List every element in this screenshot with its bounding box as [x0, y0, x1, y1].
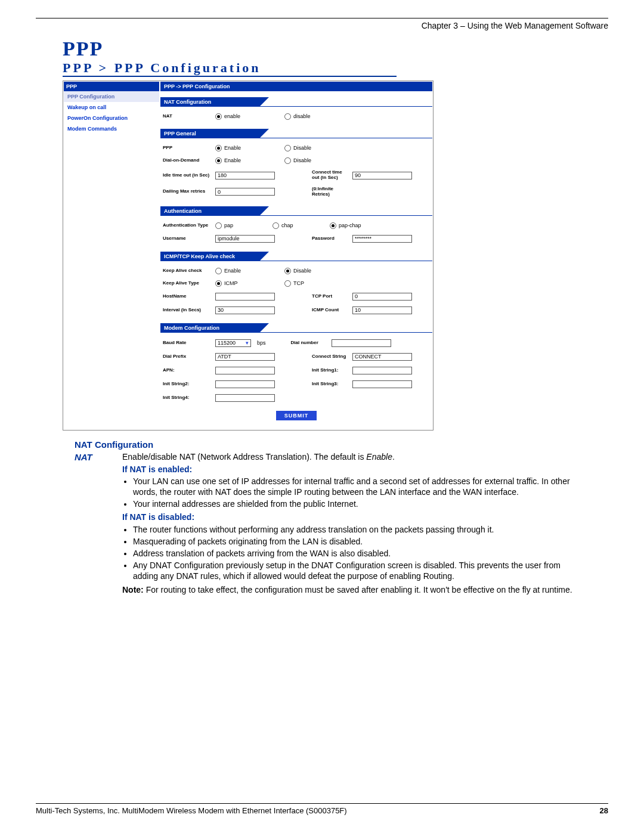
- ppp-label: PPP: [163, 145, 212, 151]
- init1-label: Init String1:: [312, 368, 349, 373]
- user-label: Username: [163, 236, 212, 241]
- user-input[interactable]: ipmodule: [215, 235, 275, 243]
- disabled-list: The router functions without performing …: [133, 524, 584, 582]
- idle-label: Idle time out (in Sec): [163, 173, 212, 178]
- config-screenshot: PPP PPP Configuration Wakeup on call Pow…: [63, 80, 434, 431]
- init3-input[interactable]: [352, 380, 412, 388]
- enabled-list: Your LAN can use one set of IP addresses…: [133, 476, 584, 510]
- list-item: Your internal addresses are shielded fro…: [133, 498, 584, 509]
- dialnum-input[interactable]: [332, 339, 391, 347]
- nat-enable-text: enable: [224, 113, 240, 119]
- ppp-enable-radio[interactable]: [215, 145, 222, 151]
- nav-item-wakeup[interactable]: Wakeup on call: [64, 102, 159, 113]
- nav-item-ppp-config[interactable]: PPP Configuration: [64, 91, 159, 102]
- keep-enable-radio[interactable]: [215, 268, 222, 274]
- chapter-header: Chapter 3 – Using the Web Management Sof…: [36, 21, 608, 30]
- list-item: Your LAN can use one set of IP addresses…: [133, 476, 584, 497]
- connect-timeout-label: Connect time out (in Sec): [312, 170, 349, 181]
- tcpport-input[interactable]: 0: [352, 293, 412, 301]
- section-keep: ICMP/TCP Keep Alive check: [160, 252, 432, 261]
- connectstr-label: Connect String: [312, 354, 349, 360]
- nat-enable-radio[interactable]: [215, 113, 222, 120]
- desc-term: NAT: [75, 451, 122, 594]
- list-item: Any DNAT Configuration previously setup …: [133, 560, 584, 581]
- submit-button[interactable]: SUBMIT: [276, 411, 317, 420]
- nat-label: NAT: [163, 114, 212, 119]
- icmpcount-label: ICMP Count: [312, 308, 349, 313]
- dialprefix-label: Dial Prefix: [163, 354, 212, 360]
- section-general: PPP General: [160, 129, 432, 138]
- retry-note: (0:Infinite Retries): [312, 187, 349, 197]
- section-nat-title: NAT Configuration: [160, 97, 259, 107]
- apn-input[interactable]: [215, 367, 275, 374]
- idle-input[interactable]: 180: [215, 172, 275, 179]
- section-auth-title: Authentication: [160, 206, 259, 216]
- disabled-heading: If NAT is disabled:: [122, 512, 584, 522]
- auth-pap-radio[interactable]: [215, 222, 222, 229]
- pass-input[interactable]: ********: [352, 235, 412, 243]
- page-subtitle: PPP > PPP Configuration: [63, 60, 397, 77]
- auth-papchap-radio[interactable]: [330, 222, 336, 229]
- apn-label: APN:: [163, 368, 212, 373]
- desc-heading: NAT Configuration: [75, 439, 608, 451]
- init2-input[interactable]: [215, 380, 275, 388]
- pass-label: Password: [312, 236, 349, 241]
- dod-disable-radio[interactable]: [284, 157, 291, 164]
- desc-note: Note: For routing to take effect, the co…: [122, 584, 584, 595]
- section-modem: Modem Configuration: [160, 323, 432, 333]
- dialprefix-input[interactable]: ATDT: [215, 353, 275, 361]
- init4-label: Init String4:: [163, 395, 212, 401]
- breadcrumb: PPP -> PPP Configuration: [160, 82, 432, 91]
- init1-input[interactable]: [352, 367, 412, 374]
- keep-tcp-radio[interactable]: [284, 280, 291, 287]
- baud-select[interactable]: 115200: [215, 339, 251, 347]
- icmpcount-input[interactable]: 10: [352, 306, 412, 314]
- footer-text: Multi-Tech Systems, Inc. MultiModem Wire…: [36, 806, 347, 815]
- baud-unit: bps: [257, 340, 266, 346]
- dialnum-label: Dial number: [291, 340, 328, 346]
- auth-chap-radio[interactable]: [273, 222, 279, 229]
- init4-input[interactable]: [215, 394, 275, 402]
- enabled-heading: If NAT is enabled:: [122, 464, 584, 475]
- interval-label: Interval (in Secs): [163, 308, 212, 313]
- retry-label: Dailing Max retries: [163, 189, 212, 194]
- connect-timeout-input[interactable]: 90: [352, 172, 412, 179]
- nat-disable-radio[interactable]: [284, 113, 291, 120]
- init3-label: Init String3:: [312, 382, 349, 387]
- ppp-disable-radio[interactable]: [284, 145, 291, 151]
- auth-type-label: Authentication Type: [163, 223, 212, 228]
- dod-enable-radio[interactable]: [215, 157, 222, 164]
- section-auth: Authentication: [160, 206, 432, 216]
- section-nat: NAT Configuration: [160, 97, 432, 107]
- host-label: HostName: [163, 294, 212, 299]
- connectstr-input[interactable]: CONNECT: [352, 353, 412, 361]
- page-title: PPP: [63, 38, 608, 60]
- list-item: Address translation of packets arriving …: [133, 548, 584, 559]
- baud-label: Baud Rate: [163, 340, 212, 346]
- retry-input[interactable]: 0: [215, 188, 275, 196]
- keep-type-label: Keep Alive Type: [163, 281, 212, 286]
- list-item: Masquerading of packets originating from…: [133, 536, 584, 547]
- section-general-title: PPP General: [160, 129, 259, 138]
- desc-intro: Enable/disable NAT (Network Address Tran…: [122, 452, 366, 462]
- host-input[interactable]: [215, 293, 275, 301]
- nav-item-poweron[interactable]: PowerOn Configuration: [64, 113, 159, 123]
- dod-label: Dial-on-Demand: [163, 158, 212, 163]
- section-modem-title: Modem Configuration: [160, 323, 259, 333]
- list-item: The router functions without performing …: [133, 524, 584, 535]
- nat-disable-text: disable: [293, 113, 311, 119]
- init2-label: Init String2:: [163, 382, 212, 387]
- nav-title: PPP: [64, 82, 159, 91]
- page-number: 28: [600, 806, 608, 815]
- nav-item-modem-cmds[interactable]: Modem Commands: [64, 123, 159, 134]
- section-keep-title: ICMP/TCP Keep Alive check: [160, 252, 259, 261]
- keep-check-label: Keep Alive check: [163, 268, 212, 274]
- keep-icmp-radio[interactable]: [215, 280, 222, 287]
- tcpport-label: TCP Port: [312, 294, 349, 299]
- interval-input[interactable]: 30: [215, 306, 275, 314]
- keep-disable-radio[interactable]: [284, 268, 291, 274]
